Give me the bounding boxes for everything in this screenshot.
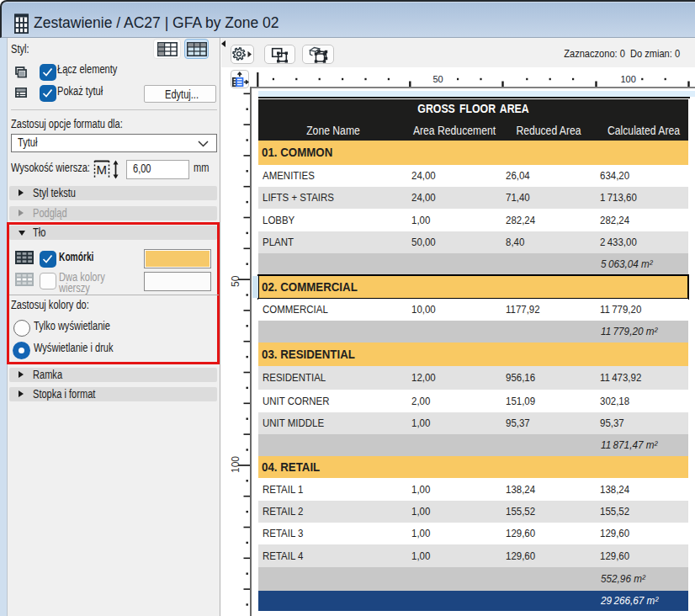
svg-text:50: 50 (433, 74, 443, 84)
svg-text:M: M (97, 162, 108, 177)
svg-text:100: 100 (621, 74, 636, 84)
